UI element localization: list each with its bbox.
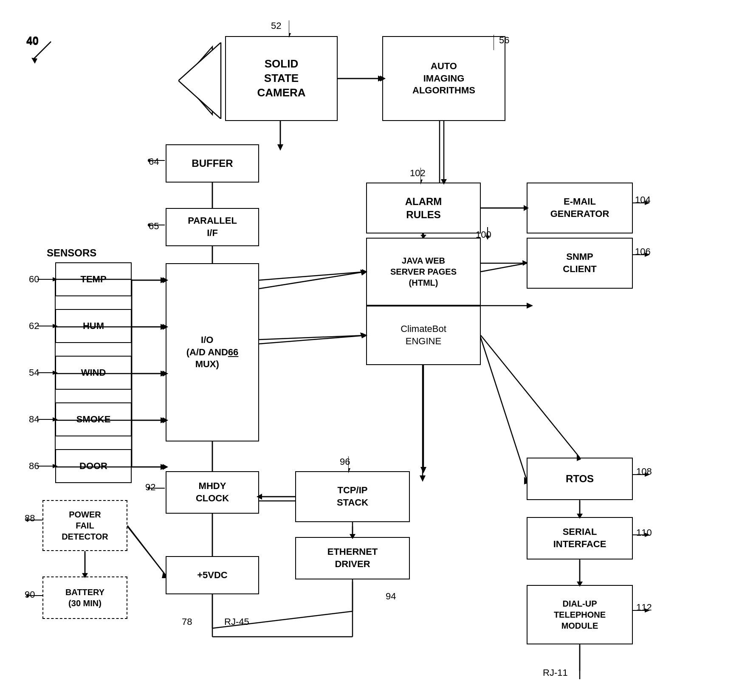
ref-84-arrow	[29, 415, 58, 424]
buffer-box: BUFFER	[166, 144, 259, 183]
ref-88-arrow	[26, 516, 45, 524]
ethernet-driver-box: ETHERNETDRIVER	[295, 537, 410, 579]
java-web-box: JAVA WEBSERVER PAGES(HTML)	[366, 238, 481, 306]
svg-line-47	[127, 526, 166, 575]
ref-62-arrow	[29, 322, 58, 330]
svg-marker-61	[31, 58, 37, 64]
svg-marker-122	[420, 467, 426, 473]
ref-94-label: 94	[386, 591, 396, 602]
snmp-client-box: SNMPCLIENT	[527, 238, 633, 289]
climatebot-box: ClimateBotENGINE	[366, 306, 481, 365]
svg-marker-77	[645, 253, 650, 257]
svg-marker-62	[178, 42, 221, 119]
solid-state-camera-box: SOLIDSTATECAMERA	[225, 36, 338, 121]
svg-line-113	[259, 272, 366, 280]
ref-56-arrow	[494, 33, 506, 50]
svg-marker-64	[289, 33, 291, 37]
temp-box: TEMP	[55, 262, 132, 296]
svg-marker-99	[645, 533, 650, 537]
power-fail-box: POWERFAILDETECTOR	[42, 500, 127, 551]
ref-52-arrow	[289, 20, 302, 37]
ref-90-arrow	[26, 591, 45, 600]
ref-100-arrow	[475, 227, 492, 240]
hum-box: HUM	[55, 309, 132, 343]
sensors-label: SENSORS	[47, 247, 96, 259]
svg-marker-22	[420, 475, 426, 482]
door-box: DOOR	[55, 449, 132, 483]
svg-line-11	[259, 272, 365, 289]
svg-marker-69	[148, 223, 150, 227]
parallel-if-box: PARALLELI/F	[166, 208, 259, 246]
svg-marker-85	[53, 417, 58, 422]
dialup-box: DIAL-UPTELEPHONEMODULE	[527, 585, 633, 644]
rtos-box: RTOS	[527, 458, 633, 500]
svg-marker-81	[53, 324, 58, 328]
svg-line-115	[259, 335, 366, 344]
svg-marker-71	[420, 180, 423, 185]
ref-106-arrow	[633, 250, 650, 259]
svg-marker-37	[161, 464, 167, 470]
svg-line-119	[481, 335, 580, 458]
svg-marker-87	[53, 464, 58, 468]
svg-marker-101	[645, 608, 650, 613]
svg-marker-73	[645, 201, 650, 205]
serial-interface-box: SERIALINTERFACE	[527, 517, 633, 559]
ref-52-label: 52	[271, 20, 281, 31]
io-module-box: I/O(A/D ANDMUX)66	[166, 263, 259, 441]
ref-104-arrow	[633, 199, 650, 207]
svg-marker-150	[163, 464, 168, 470]
svg-marker-91	[26, 518, 28, 522]
ref-60-arrow	[29, 275, 58, 284]
battery-box: BATTERY(30 MIN)	[42, 576, 127, 619]
diagram-ref-40: 40	[26, 34, 39, 47]
5vdc-box: +5VDC	[166, 556, 259, 594]
svg-marker-89	[148, 486, 150, 490]
smoke-box: SMOKE	[55, 402, 132, 436]
svg-line-117	[481, 263, 527, 272]
svg-line-56	[480, 335, 527, 480]
svg-marker-6	[277, 144, 283, 151]
svg-marker-59	[527, 303, 533, 309]
svg-marker-67	[148, 158, 150, 163]
auto-imaging-box: AUTOIMAGINGALGORITHMS	[382, 36, 505, 121]
svg-marker-83	[53, 371, 58, 375]
tcp-ip-box: TCP/IPSTACK	[295, 471, 410, 522]
ref-86-arrow	[29, 462, 58, 470]
mhdy-clock-box: MHDYCLOCK	[166, 471, 259, 514]
svg-marker-95	[348, 468, 350, 473]
ref-108-arrow	[633, 470, 650, 479]
svg-marker-79	[53, 277, 58, 281]
ref-65-arrow	[148, 219, 169, 231]
svg-marker-97	[645, 472, 650, 477]
ref-96-arrow	[348, 456, 357, 473]
svg-line-13	[259, 335, 365, 340]
ref-110-arrow	[633, 531, 650, 539]
rj45-label: RJ-45	[224, 616, 249, 627]
ref-64-arrow	[148, 154, 169, 167]
ref-102-arrow	[420, 168, 429, 185]
rj11-label: RJ-11	[543, 667, 568, 678]
ref-78-label: 78	[182, 616, 192, 627]
wind-box: WIND	[55, 356, 132, 390]
ref-92-arrow	[148, 484, 169, 492]
ref-112-arrow	[633, 606, 650, 615]
diagram: 40 40 SOLIDSTATECAMERA 52 AUTOIMAGINGALG…	[0, 0, 756, 700]
svg-line-139	[127, 526, 166, 575]
email-generator-box: E-MAILGENERATOR	[527, 183, 633, 233]
ref-54-arrow	[29, 368, 58, 377]
alarm-rules-box: ALARMRULES	[366, 183, 481, 233]
camera-icon	[178, 42, 229, 119]
svg-marker-93	[26, 593, 28, 598]
svg-marker-75	[485, 236, 490, 240]
